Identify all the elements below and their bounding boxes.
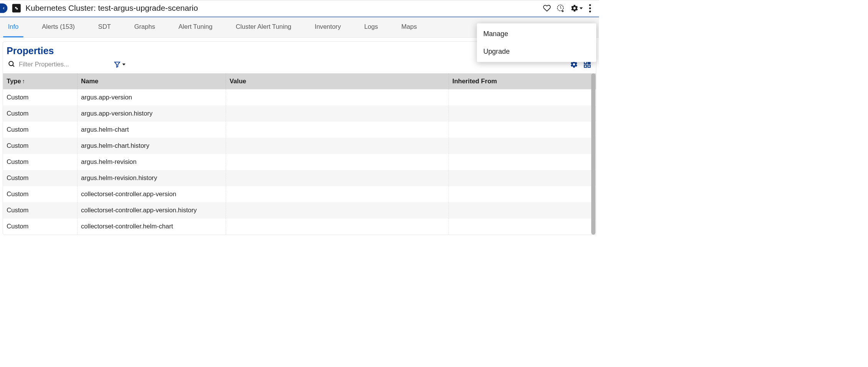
table-row[interactable]: Customcollectorset-controller.app-versio… [3,202,596,218]
cell-inherited [449,218,596,235]
cell-value [226,121,449,137]
table-row[interactable]: Customargus.app-version.history [3,105,596,121]
cell-inherited [449,170,596,186]
cell-type: Custom [3,137,77,154]
dropdown-item-manage[interactable]: Manage [477,25,597,43]
svg-rect-10 [584,65,587,67]
tab-graphs[interactable]: Graphs [130,17,160,37]
table-row[interactable]: Customargus.helm-chart.history [3,137,596,154]
page-header: Kubernetes Cluster: test-argus-upgrade-s… [0,0,599,17]
table-row[interactable]: Customargus.app-version [3,89,596,106]
cell-name: argus.helm-revision [77,154,226,170]
svg-point-5 [9,61,13,66]
svg-marker-7 [115,62,120,67]
table-row[interactable]: Customcollectorset-controller.app-versio… [3,186,596,202]
properties-table: Type↑ Name Value Inherited From Customar… [3,73,596,235]
cell-type: Custom [3,170,77,186]
tab-info[interactable]: Info [3,17,23,37]
tab-maps[interactable]: Maps [397,17,422,37]
tab-sdt[interactable]: SDT [93,17,116,37]
settings-dropdown-button[interactable] [570,4,583,12]
column-header-name[interactable]: Name [77,73,226,89]
cell-inherited [449,154,596,170]
cell-type: Custom [3,105,77,121]
resource-type-icon [12,4,21,12]
cell-name: argus.helm-revision.history [77,170,226,186]
table-row[interactable]: Customargus.helm-revision [3,154,596,170]
settings-dropdown-menu: ManageUpgrade [477,23,597,62]
column-header-value[interactable]: Value [226,73,449,89]
tab-inventory[interactable]: Inventory [310,17,346,37]
cell-value [226,186,449,202]
cell-inherited [449,121,596,137]
cell-type: Custom [3,218,77,235]
table-row[interactable]: Customcollectorset-controller.helm-chart [3,218,596,235]
cell-type: Custom [3,202,77,218]
chevron-down-icon [580,7,583,9]
page-title: Kubernetes Cluster: test-argus-upgrade-s… [25,4,543,13]
svg-rect-11 [588,65,590,67]
cell-value [226,154,449,170]
cell-inherited [449,186,596,202]
cell-type: Custom [3,186,77,202]
cell-name: argus.app-version.history [77,105,226,121]
favorite-icon[interactable] [543,4,551,12]
dropdown-item-upgrade[interactable]: Upgrade [477,43,597,60]
more-menu-button[interactable] [589,3,592,13]
properties-panel: Properties [3,41,596,235]
cell-value [226,170,449,186]
cell-inherited [449,89,596,106]
cell-type: Custom [3,89,77,106]
cell-inherited [449,202,596,218]
tab-alerts-153-[interactable]: Alerts (153) [37,17,80,37]
cell-name: argus.helm-chart [77,121,226,137]
cell-inherited [449,105,596,121]
vertical-scrollbar[interactable] [591,73,595,235]
tab-logs[interactable]: Logs [359,17,383,37]
table-row[interactable]: Customargus.helm-revision.history [3,170,596,186]
filter-properties-input[interactable] [19,61,93,68]
cell-value [226,202,449,218]
filter-dropdown-button[interactable] [114,61,125,68]
back-button[interactable] [0,3,7,13]
sort-asc-icon: ↑ [22,78,25,85]
svg-line-2 [560,8,562,9]
cell-name: collectorset-controller.app-version [77,186,226,202]
cell-value [226,105,449,121]
cell-value [226,89,449,106]
cell-value [226,137,449,154]
column-header-type[interactable]: Type↑ [3,73,77,89]
search-icon [8,60,15,69]
svg-line-6 [13,65,14,67]
header-actions [543,3,595,13]
cell-name: argus.app-version [77,89,226,106]
cell-name: argus.helm-chart.history [77,137,226,154]
column-header-inherited[interactable]: Inherited From [449,73,596,89]
cell-name: collectorset-controller.helm-chart [77,218,226,235]
cell-value [226,218,449,235]
chevron-down-icon [122,63,125,65]
schedule-add-icon[interactable] [557,4,565,12]
svg-point-12 [589,62,590,63]
tab-cluster-alert-tuning[interactable]: Cluster Alert Tuning [231,17,296,37]
cell-type: Custom [3,121,77,137]
table-row[interactable]: Customargus.helm-chart [3,121,596,137]
cell-type: Custom [3,154,77,170]
tab-alert-tuning[interactable]: Alert Tuning [174,17,217,37]
cell-inherited [449,137,596,154]
cell-name: collectorset-controller.app-version.hist… [77,202,226,218]
